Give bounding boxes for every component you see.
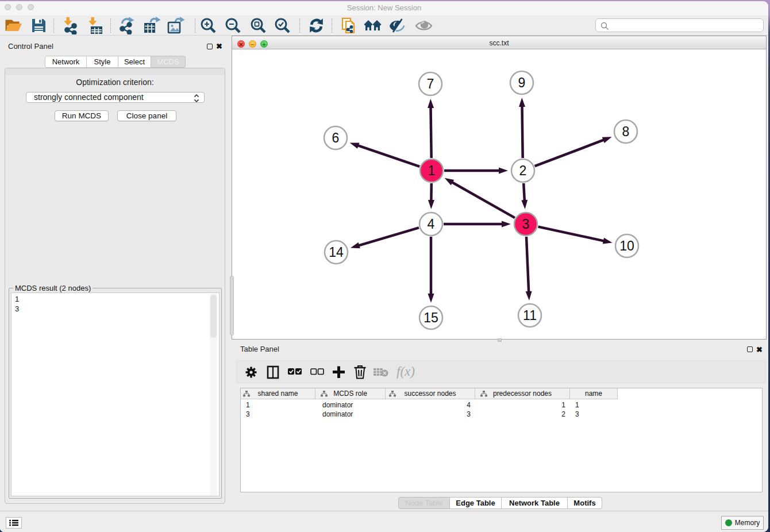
svg-text:3: 3 xyxy=(522,217,530,232)
svg-text:1: 1 xyxy=(428,163,436,178)
svg-text:9: 9 xyxy=(518,75,526,90)
svg-text:14: 14 xyxy=(329,245,344,260)
svg-text:4: 4 xyxy=(428,217,435,232)
svg-text:2: 2 xyxy=(519,163,527,178)
svg-text:7: 7 xyxy=(427,76,434,91)
svg-text:11: 11 xyxy=(523,308,537,323)
svg-text:15: 15 xyxy=(424,310,438,325)
svg-text:6: 6 xyxy=(332,130,340,145)
svg-text:8: 8 xyxy=(622,124,630,139)
svg-text:10: 10 xyxy=(619,238,634,253)
